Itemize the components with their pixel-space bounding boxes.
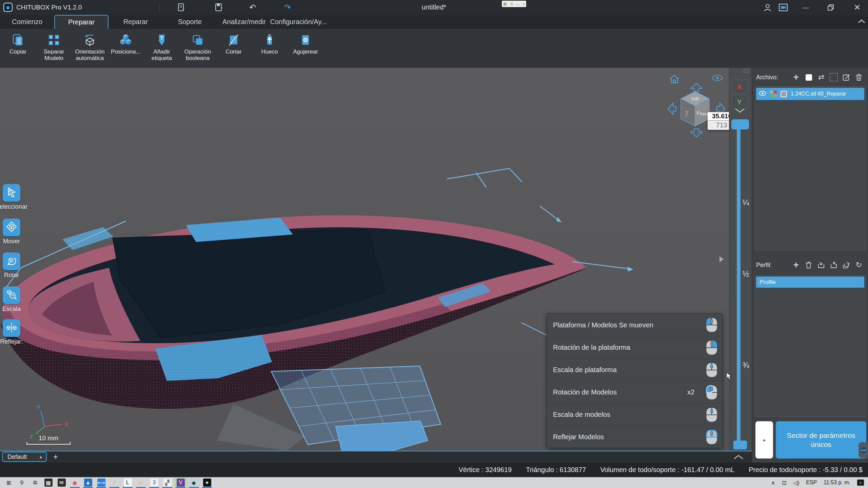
language-indicator[interactable]: ESP	[806, 480, 817, 486]
toolbar-copiar[interactable]: Copiar	[0, 29, 36, 68]
taskbar-icon-mail[interactable]: ✉	[55, 477, 68, 488]
strip-mini-handle[interactable]	[743, 69, 749, 73]
scale-icon	[6, 289, 17, 302]
navigation-cube[interactable]: Top Front Left	[679, 90, 711, 129]
add-file-icon[interactable]: +	[792, 73, 800, 81]
network-icon[interactable]: ⊡	[782, 480, 786, 486]
chevron-down-icon[interactable]: ˅	[522, 2, 525, 6]
import-icon[interactable]	[817, 261, 825, 269]
share-icon[interactable]	[842, 261, 850, 269]
tab-preparar[interactable]: Preparar	[54, 15, 108, 29]
toolbar-agujerear[interactable]: Agujerear	[288, 29, 323, 68]
chevron-up-icon[interactable]	[732, 454, 745, 462]
sync-icon[interactable]: ↻	[855, 261, 863, 269]
user-account-icon[interactable]	[762, 2, 774, 13]
taskbar-icon-file-explorer[interactable]: ▱	[134, 477, 147, 488]
taskbar-icon-teamviewer[interactable]: ⟷	[95, 477, 108, 488]
taskbar-icon-monitor-app[interactable]: ▞	[161, 477, 174, 488]
dropdown-up-icon[interactable]: ▲	[39, 455, 43, 459]
tab-soporte[interactable]: Soporte	[163, 15, 217, 29]
swap-icon[interactable]: ⇄	[817, 73, 825, 81]
taskbar-icon-search[interactable]: ⚲	[15, 477, 28, 488]
home-view-icon[interactable]	[669, 74, 680, 85]
mirror-icon	[6, 322, 17, 334]
save-icon[interactable]	[212, 2, 225, 13]
drag-handle-icon[interactable]: ▦	[503, 2, 507, 6]
layer-value-spinner[interactable]: 713 ▲▼	[707, 121, 729, 130]
mirror-y-button[interactable]: Y	[731, 95, 748, 109]
arrange-icon[interactable]	[830, 73, 838, 81]
layer-slider-track[interactable]	[737, 129, 741, 441]
collapse-params-button[interactable]: ▲	[755, 421, 773, 459]
rename-icon[interactable]	[842, 73, 850, 81]
visibility-eye-icon[interactable]	[759, 91, 766, 97]
add-profile-icon[interactable]: +	[792, 261, 800, 269]
tool-rotar[interactable]	[3, 252, 20, 270]
taskbar-icon-start[interactable]: ⊞	[2, 477, 15, 488]
speaker-icon[interactable]: ◁)	[793, 480, 799, 486]
tab-configuracion[interactable]: Configuración/Ay...	[271, 15, 326, 29]
taskbar-icon-ide-app[interactable]: V	[174, 477, 187, 488]
toolbar-booleana[interactable]: Operación booleana	[180, 29, 216, 68]
toolbar-hueco[interactable]: Hueco	[252, 29, 288, 68]
taskbar-icon-store[interactable]: ▦	[42, 477, 55, 488]
minimize-button[interactable]: —	[800, 2, 812, 13]
add-preset-button[interactable]: +	[51, 452, 60, 462]
collapse-corner-icon[interactable]: ⇲	[510, 2, 513, 6]
rotate-left-arrow-icon[interactable]	[667, 102, 677, 117]
close-button[interactable]: ✕	[851, 2, 863, 13]
tray-chevron-icon[interactable]: ∧	[771, 480, 775, 486]
notification-center-icon[interactable]: ≡	[857, 480, 864, 486]
collapse-ribbon-icon[interactable]	[857, 18, 866, 25]
file-list-item[interactable]: 1.24CC.stl #0_Reparar	[756, 88, 864, 100]
toolbar-cortar[interactable]: Cortar	[216, 29, 252, 68]
screen-record-icon[interactable]	[777, 2, 789, 13]
scale-ruler	[26, 442, 71, 445]
tool-mover[interactable]	[3, 219, 20, 236]
clock[interactable]: 11:53 p. m.	[824, 480, 850, 486]
tab-reparar[interactable]: Reparar	[108, 15, 163, 29]
tool-seleccionar[interactable]	[3, 184, 20, 202]
toolbar-posicionar[interactable]: Posiciona...	[108, 29, 144, 68]
viewport-3d[interactable]: Y Z X Seleccionar Mover Rotar Escala Re	[0, 68, 729, 451]
delete-icon[interactable]	[855, 73, 863, 81]
preset-tab-default[interactable]: Default ▲	[2, 452, 47, 462]
toolbar-etiqueta[interactable]: T Añadir etiqueta	[144, 29, 180, 68]
taskbar-icon-chrome[interactable]: ◉	[68, 477, 81, 488]
undo-icon[interactable]: ↶	[246, 2, 259, 13]
export-icon[interactable]	[830, 261, 838, 269]
tool-escala[interactable]	[3, 286, 20, 304]
taskbar-icon-doc-3-app[interactable]: 3	[147, 477, 161, 488]
file-checkbox[interactable]	[781, 91, 787, 97]
profile-list-item[interactable]: Profile	[756, 277, 864, 288]
taskbar-icon-ccleaner[interactable]: ⟋	[108, 477, 121, 488]
unique-params-button[interactable]: Sector de parámetros únicos	[776, 421, 866, 459]
visibility-eye-icon[interactable]	[712, 75, 723, 83]
rotate-down-arrow-icon[interactable]	[690, 128, 703, 139]
toolbar-orientacion[interactable]: Orientación automática	[72, 29, 108, 68]
taskbar-icon-photos[interactable]: ▲	[81, 477, 95, 488]
minimize-widget-icon[interactable]: —	[516, 2, 519, 6]
panel-expander-arrow[interactable]	[719, 256, 724, 262]
taskbar-icon-black-app[interactable]: ✦	[200, 477, 214, 488]
floating-widget[interactable]: ▦⇲—˅	[502, 1, 526, 7]
toolbar-separar-modelo[interactable]: Separar Modelo	[36, 29, 72, 68]
teamviewer-overlay-icon[interactable]: ⟷	[859, 442, 868, 458]
taskbar-icon-chitubox[interactable]: ◆	[187, 477, 200, 488]
tab-comienzo[interactable]: Comienzo	[0, 15, 54, 29]
profile-list[interactable]: Profile	[755, 275, 866, 417]
taskbar-icon-notes-app[interactable]: L	[121, 477, 134, 488]
delete-profile-icon[interactable]	[805, 261, 813, 269]
tab-analizar[interactable]: Analizar/medir	[217, 15, 271, 29]
file-list[interactable]: 1.24CC.stl #0_Reparar	[755, 86, 866, 250]
taskbar-icon-task-view[interactable]: ⧉	[28, 477, 42, 488]
layer-slider-bottom-handle[interactable]	[733, 441, 747, 449]
layer-slider-handle[interactable]	[731, 119, 749, 129]
select-all-icon[interactable]	[805, 73, 813, 81]
mirror-x-button[interactable]: X	[731, 80, 748, 94]
chevron-down-icon[interactable]	[734, 108, 746, 115]
redo-icon[interactable]: ↷	[281, 2, 294, 13]
new-project-icon[interactable]	[175, 2, 188, 13]
tool-reflejar[interactable]	[3, 319, 20, 337]
restore-button[interactable]	[825, 2, 837, 13]
